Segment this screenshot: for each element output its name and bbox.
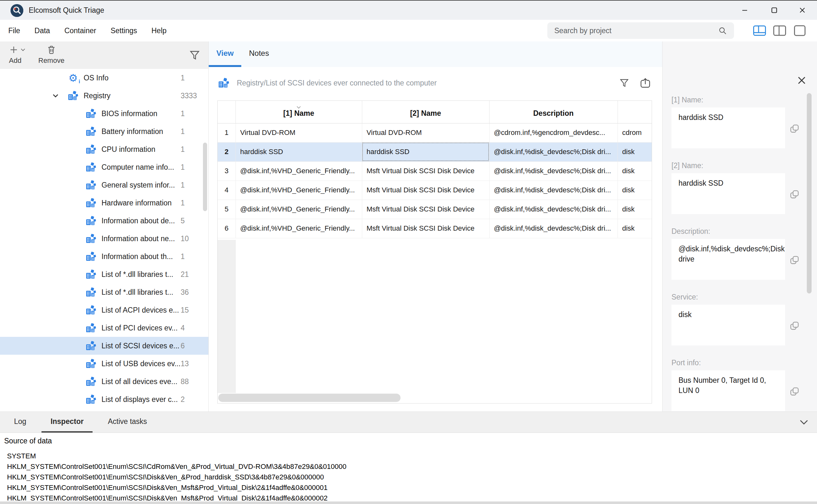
col-rownum[interactable] bbox=[218, 101, 235, 123]
detail-close-button[interactable] bbox=[796, 75, 807, 86]
content-header: Registry/List of SCSI devices ever conne… bbox=[218, 74, 656, 92]
detail-scrollbar[interactable] bbox=[807, 93, 812, 293]
registry-path-line[interactable]: SYSTEM bbox=[7, 451, 346, 461]
remove-button[interactable]: Remove bbox=[38, 44, 64, 65]
name1-cell[interactable]: harddisk SSD bbox=[235, 142, 362, 161]
bottom-tab[interactable]: Inspector bbox=[41, 412, 93, 433]
tree-item[interactable]: ⚙i Battery information 1 bbox=[0, 122, 208, 140]
registry-path-line[interactable]: HKLM_SYSTEM\ControlSet001\Enum\SCSI\CdRo… bbox=[7, 461, 346, 472]
registry-path-line[interactable]: HKLM_SYSTEM\ControlSet001\Enum\SCSI\Disk… bbox=[7, 482, 346, 493]
field-value[interactable]: disk bbox=[672, 305, 785, 345]
table-row[interactable]: 2 harddisk SSD harddisk SSD @disk.inf,%d… bbox=[218, 142, 652, 161]
name2-cell[interactable]: Msft Virtual Disk SCSI Disk Device bbox=[362, 200, 489, 219]
table-row[interactable]: 4 @disk.inf,%VHD_Generic_Friendly... Msf… bbox=[218, 181, 652, 200]
name2-cell[interactable]: harddisk SSD bbox=[362, 142, 489, 161]
name2-cell[interactable]: Virtual DVD-ROM bbox=[362, 123, 489, 142]
tree-item[interactable]: ⚙i Registry 3333 bbox=[0, 87, 208, 105]
service-cell[interactable]: disk bbox=[618, 142, 652, 161]
tree-item[interactable]: ⚙i List of displays ever c... 2 bbox=[0, 390, 208, 408]
horizontal-scrollbar[interactable] bbox=[218, 394, 400, 402]
registry-icon bbox=[85, 179, 97, 191]
menu-container[interactable]: Container bbox=[64, 26, 96, 35]
field-value[interactable]: @disk.inf,%disk_devdesc%;Disk drive bbox=[672, 239, 785, 280]
service-cell[interactable]: disk bbox=[618, 161, 652, 181]
tree-item[interactable]: ⚙i List of PCI devices ev... 4 bbox=[0, 319, 208, 337]
tree-item[interactable]: ⚙i CPU information 1 bbox=[0, 140, 208, 158]
name2-cell[interactable]: Msft Virtual Disk SCSI Disk Device bbox=[362, 161, 489, 181]
col-service[interactable] bbox=[618, 101, 652, 123]
tree-item[interactable]: ⚙i List of *.dll libraries t... 21 bbox=[0, 265, 208, 283]
copy-button[interactable] bbox=[790, 189, 799, 199]
name2-cell[interactable]: Msft Virtual Disk SCSI Disk Device bbox=[362, 219, 489, 238]
menu-help[interactable]: Help bbox=[152, 26, 167, 35]
field-value[interactable]: harddisk SSD bbox=[672, 107, 785, 148]
close-button[interactable] bbox=[788, 1, 817, 20]
tree-item[interactable]: ⚙i List of ACPI devices e... 15 bbox=[0, 301, 208, 319]
col-description[interactable]: Description bbox=[489, 101, 618, 123]
tree-item[interactable]: ⚙i OS Info 1 bbox=[0, 69, 208, 87]
tab-view[interactable]: View bbox=[209, 41, 241, 67]
tree-item[interactable]: ⚙i List of *.dll libraries t... 36 bbox=[0, 283, 208, 301]
collapse-panel-button[interactable] bbox=[797, 417, 811, 428]
detail-field: Port info: Bus Number 0, Target Id 0, LU… bbox=[663, 359, 817, 411]
description-cell[interactable]: @disk.inf,%disk_devdesc%;Disk dri... bbox=[489, 142, 618, 161]
name1-cell[interactable]: @disk.inf,%VHD_Generic_Friendly... bbox=[235, 161, 362, 181]
service-cell[interactable]: cdrom bbox=[618, 123, 652, 142]
name1-cell[interactable]: @disk.inf,%VHD_Generic_Friendly... bbox=[235, 219, 362, 238]
copy-button[interactable] bbox=[790, 387, 799, 397]
bottom-tab[interactable]: Log bbox=[13, 412, 27, 433]
description-cell[interactable]: @disk.inf,%disk_devdesc%;Disk dri... bbox=[489, 161, 618, 181]
description-cell[interactable]: @disk.inf,%disk_devdesc%;Disk dri... bbox=[489, 219, 618, 238]
search-input[interactable] bbox=[554, 26, 718, 35]
col-name1[interactable]: [1] Name bbox=[235, 101, 362, 123]
export-button[interactable] bbox=[638, 76, 652, 90]
name2-cell[interactable]: Msft Virtual Disk SCSI Disk Device bbox=[362, 181, 489, 200]
description-cell[interactable]: @cdrom.inf,%gencdrom_devdesc... bbox=[489, 123, 618, 142]
table-row[interactable]: 5 @disk.inf,%VHD_Generic_Friendly... Msf… bbox=[218, 200, 652, 219]
name1-cell[interactable]: Virtual DVD-ROM bbox=[235, 123, 362, 142]
description-cell[interactable]: @disk.inf,%disk_devdesc%;Disk dri... bbox=[489, 200, 618, 219]
tab-notes[interactable]: Notes bbox=[241, 41, 277, 67]
service-cell[interactable]: disk bbox=[618, 200, 652, 219]
col-name2[interactable]: [2] Name bbox=[362, 101, 489, 123]
layout-split-vertical-button[interactable] bbox=[772, 23, 787, 39]
minimize-button[interactable] bbox=[730, 1, 760, 20]
menu-file[interactable]: File bbox=[8, 26, 20, 35]
table-filter-button[interactable] bbox=[617, 76, 631, 90]
tree-item[interactable]: ⚙i Hardware information 1 bbox=[0, 194, 208, 212]
name1-cell[interactable]: @disk.inf,%VHD_Generic_Friendly... bbox=[235, 181, 362, 200]
service-cell[interactable]: disk bbox=[618, 181, 652, 200]
bottom-tab[interactable]: Active tasks bbox=[107, 412, 148, 433]
tree-item[interactable]: ⚙i List of USB devices ev... 13 bbox=[0, 355, 208, 373]
add-button[interactable]: Add bbox=[9, 44, 26, 65]
copy-button[interactable] bbox=[790, 321, 799, 331]
tree-item[interactable]: ⚙i List of SCSI devices e... 6 bbox=[0, 337, 208, 355]
description-cell[interactable]: @disk.inf,%disk_devdesc%;Disk dri... bbox=[489, 181, 618, 200]
name1-cell[interactable]: @disk.inf,%VHD_Generic_Friendly... bbox=[235, 200, 362, 219]
maximize-button[interactable] bbox=[760, 1, 789, 20]
copy-button[interactable] bbox=[790, 255, 799, 265]
registry-icon bbox=[85, 286, 97, 298]
menu-settings[interactable]: Settings bbox=[110, 26, 137, 35]
tree-filter-button[interactable] bbox=[189, 49, 201, 61]
tree-item[interactable]: ⚙i General system infor... 1 bbox=[0, 176, 208, 194]
tree-item[interactable]: ⚙i List of all devices eve... 88 bbox=[0, 373, 208, 390]
tree-item[interactable]: ⚙i BIOS information 1 bbox=[0, 105, 208, 122]
field-value[interactable]: harddisk SSD bbox=[672, 173, 785, 214]
table-row[interactable]: 6 @disk.inf,%VHD_Generic_Friendly... Msf… bbox=[218, 219, 652, 238]
chevron-down-icon[interactable] bbox=[52, 87, 67, 105]
tree-item[interactable]: ⚙i Information about de... 5 bbox=[0, 212, 208, 230]
field-value[interactable]: Bus Number 0, Target Id 0, LUN 0 bbox=[672, 370, 785, 411]
service-cell[interactable]: disk bbox=[618, 219, 652, 238]
tree-item[interactable]: ⚙i Information about th... 1 bbox=[0, 248, 208, 265]
table-row[interactable]: 1 Virtual DVD-ROM Virtual DVD-ROM @cdrom… bbox=[218, 123, 652, 142]
copy-button[interactable] bbox=[790, 124, 799, 134]
tree-scrollbar[interactable] bbox=[203, 143, 207, 211]
tree-item[interactable]: ⚙i Information about ne... 10 bbox=[0, 230, 208, 248]
layout-split-bottom-button[interactable] bbox=[752, 23, 767, 39]
registry-path-line[interactable]: HKLM_SYSTEM\ControlSet001\Enum\SCSI\Disk… bbox=[7, 472, 346, 482]
layout-single-button[interactable] bbox=[792, 23, 807, 39]
table-row[interactable]: 3 @disk.inf,%VHD_Generic_Friendly... Msf… bbox=[218, 161, 652, 181]
menu-data[interactable]: Data bbox=[34, 26, 50, 35]
tree-item[interactable]: ⚙i Computer name info... 1 bbox=[0, 158, 208, 176]
